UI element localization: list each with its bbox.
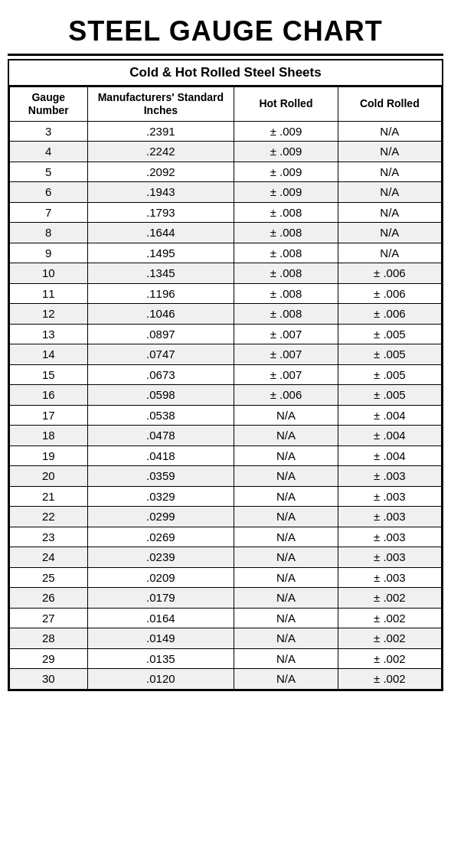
- table-row: 4.2242± .009N/A: [10, 142, 442, 162]
- cell-cold: ± .002: [338, 628, 441, 649]
- cell-cold: ± .006: [338, 304, 441, 325]
- cell-gauge: 13: [10, 324, 88, 344]
- cell-gauge: 4: [10, 142, 88, 162]
- cell-hot: N/A: [234, 426, 338, 446]
- cell-hot: N/A: [234, 507, 338, 527]
- cell-gauge: 26: [10, 588, 88, 609]
- table-row: 29.0135N/A± .002: [10, 648, 442, 669]
- cell-msi: .0673: [87, 364, 234, 385]
- cell-cold: ± .003: [338, 466, 441, 487]
- cell-hot: N/A: [234, 547, 338, 568]
- cell-gauge: 25: [10, 567, 88, 588]
- cell-cold: ± .002: [338, 648, 441, 669]
- cell-hot: ± .009: [234, 121, 338, 142]
- table-row: 16.0598± .006± .005: [10, 385, 442, 406]
- cell-hot: ± .008: [234, 223, 338, 243]
- cell-gauge: 30: [10, 669, 88, 690]
- table-row: 6.1943± .009N/A: [10, 182, 442, 203]
- cell-gauge: 20: [10, 466, 88, 487]
- cell-msi: .1196: [87, 283, 234, 304]
- cell-cold: ± .003: [338, 507, 441, 527]
- cell-cold: ± .004: [338, 405, 441, 426]
- table-row: 24.0239N/A± .003: [10, 547, 442, 568]
- cell-hot: N/A: [234, 567, 338, 588]
- cell-cold: ± .006: [338, 263, 441, 284]
- table-row: 21.0329N/A± .003: [10, 486, 442, 507]
- cell-hot: N/A: [234, 628, 338, 649]
- cell-cold: ± .002: [338, 669, 441, 690]
- cell-gauge: 23: [10, 527, 88, 547]
- table-row: 11.1196± .008± .006: [10, 283, 442, 304]
- cell-msi: .2391: [87, 121, 234, 142]
- cell-msi: .0478: [87, 426, 234, 446]
- cell-cold: ± .005: [338, 324, 441, 344]
- cell-msi: .0538: [87, 405, 234, 426]
- gauge-chart-table: Gauge Number Manufacturers' Standard Inc…: [9, 86, 442, 690]
- cell-hot: ± .008: [234, 202, 338, 223]
- cell-hot: ± .009: [234, 182, 338, 203]
- main-title: STEEL GAUGE CHART: [8, 8, 443, 56]
- table-row: 10.1345± .008± .006: [10, 263, 442, 284]
- cell-gauge: 11: [10, 283, 88, 304]
- cell-msi: .2092: [87, 162, 234, 182]
- cell-cold: ± .004: [338, 426, 441, 446]
- cell-gauge: 16: [10, 385, 88, 406]
- subtitle: Cold & Hot Rolled Steel Sheets: [9, 60, 442, 86]
- cell-cold: ± .005: [338, 364, 441, 385]
- cell-msi: .0149: [87, 628, 234, 649]
- table-row: 28.0149N/A± .002: [10, 628, 442, 649]
- table-row: 22.0299N/A± .003: [10, 507, 442, 527]
- cell-msi: .0299: [87, 507, 234, 527]
- cell-cold: N/A: [338, 182, 441, 203]
- cell-gauge: 9: [10, 243, 88, 263]
- cell-cold: ± .004: [338, 445, 441, 466]
- cell-msi: .0897: [87, 324, 234, 344]
- cell-msi: .0209: [87, 567, 234, 588]
- cell-cold: ± .006: [338, 283, 441, 304]
- table-row: 3.2391± .009N/A: [10, 121, 442, 142]
- table-header-row: Gauge Number Manufacturers' Standard Inc…: [10, 87, 442, 122]
- cell-msi: .0120: [87, 669, 234, 690]
- cell-hot: N/A: [234, 648, 338, 669]
- cell-hot: N/A: [234, 466, 338, 487]
- cell-gauge: 6: [10, 182, 88, 203]
- table-row: 9.1495± .008N/A: [10, 243, 442, 263]
- table-row: 5.2092± .009N/A: [10, 162, 442, 182]
- cell-hot: ± .007: [234, 324, 338, 344]
- table-row: 25.0209N/A± .003: [10, 567, 442, 588]
- cell-msi: .0359: [87, 466, 234, 487]
- cell-cold: N/A: [338, 162, 441, 182]
- cell-gauge: 14: [10, 344, 88, 365]
- table-row: 14.0747± .007± .005: [10, 344, 442, 365]
- cell-hot: ± .007: [234, 344, 338, 365]
- cell-hot: N/A: [234, 608, 338, 628]
- table-container: Cold & Hot Rolled Steel Sheets Gauge Num…: [8, 59, 443, 691]
- cell-msi: .0598: [87, 385, 234, 406]
- cell-gauge: 18: [10, 426, 88, 446]
- cell-hot: N/A: [234, 669, 338, 690]
- cell-msi: .0179: [87, 588, 234, 609]
- cell-hot: N/A: [234, 445, 338, 466]
- cell-cold: ± .002: [338, 608, 441, 628]
- cell-hot: N/A: [234, 527, 338, 547]
- cell-hot: ± .007: [234, 364, 338, 385]
- cell-msi: .0747: [87, 344, 234, 365]
- cell-cold: N/A: [338, 121, 441, 142]
- table-row: 13.0897± .007± .005: [10, 324, 442, 344]
- table-row: 12.1046± .008± .006: [10, 304, 442, 325]
- page-wrapper: STEEL GAUGE CHART Cold & Hot Rolled Stee…: [8, 8, 443, 691]
- table-row: 15.0673± .007± .005: [10, 364, 442, 385]
- cell-msi: .1793: [87, 202, 234, 223]
- cell-msi: .1046: [87, 304, 234, 325]
- col-header-hot: Hot Rolled: [234, 87, 338, 122]
- cell-msi: .2242: [87, 142, 234, 162]
- cell-cold: N/A: [338, 202, 441, 223]
- cell-hot: ± .006: [234, 385, 338, 406]
- cell-msi: .0239: [87, 547, 234, 568]
- table-row: 27.0164N/A± .002: [10, 608, 442, 628]
- cell-msi: .0269: [87, 527, 234, 547]
- cell-gauge: 10: [10, 263, 88, 284]
- table-row: 30.0120N/A± .002: [10, 669, 442, 690]
- cell-hot: N/A: [234, 486, 338, 507]
- cell-gauge: 29: [10, 648, 88, 669]
